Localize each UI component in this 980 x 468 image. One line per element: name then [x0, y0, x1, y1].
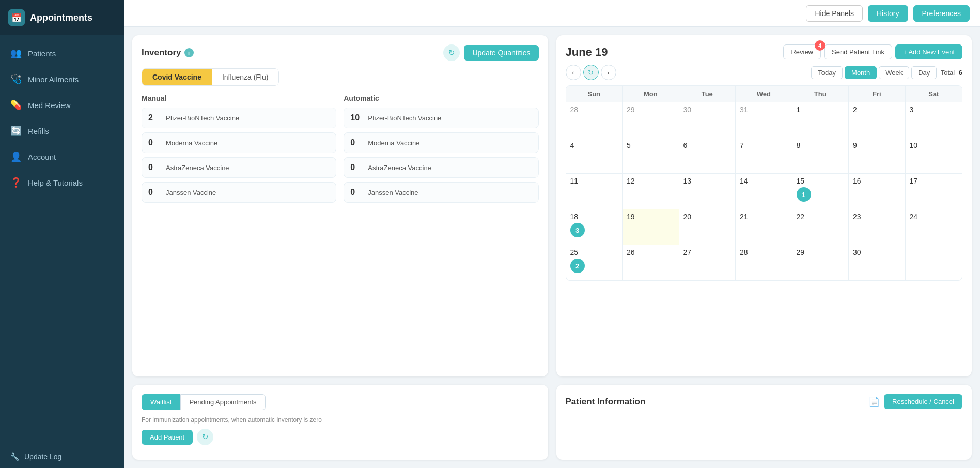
- help-icon: ❓: [10, 177, 22, 188]
- cal-cell-w3-d1[interactable]: 11: [566, 174, 623, 209]
- cal-cell-w5-d3[interactable]: 27: [679, 245, 736, 280]
- add-patient-button[interactable]: Add Patient: [142, 430, 193, 445]
- cal-cell-w4-d2[interactable]: 19: [623, 209, 679, 245]
- manual-title: Manual: [142, 94, 336, 102]
- cal-cell-w4-d6[interactable]: 23: [849, 209, 906, 245]
- day-header-wed: Wed: [736, 86, 792, 102]
- cal-cell-w2-d3[interactable]: 6: [679, 138, 736, 173]
- cal-cell-w1-d4[interactable]: 31: [736, 102, 792, 138]
- tab-pending-appointments[interactable]: Pending Appointments: [180, 394, 265, 410]
- auto-count-4: 0: [350, 188, 363, 197]
- cal-cell-w4-d7[interactable]: 24: [906, 209, 962, 245]
- sidebar-label-help: Help & Tutorials: [28, 178, 83, 187]
- tab-waitlist[interactable]: Waitlist: [142, 394, 180, 410]
- tab-covid-vaccine[interactable]: Covid Vaccine: [142, 69, 212, 85]
- tab-influenza-flu[interactable]: Influenza (Flu): [212, 69, 278, 85]
- inventory-actions: ↻ Update Quantities: [443, 44, 538, 61]
- auto-name-2: Moderna Vaccine: [368, 139, 419, 147]
- cal-cell-w5-d1[interactable]: 252: [566, 245, 623, 280]
- auto-name-3: AstraZeneca Vaccine: [368, 164, 431, 172]
- cal-cell-w5-d7[interactable]: [906, 245, 962, 280]
- update-log-label: Update Log: [24, 452, 61, 461]
- patient-info-header: Patient Information 📄 Reschedule / Cance…: [566, 394, 963, 409]
- reschedule-cancel-button[interactable]: Reschedule / Cancel: [884, 394, 962, 409]
- week-view-button[interactable]: Week: [879, 66, 909, 79]
- calendar-header: June 19 Review 4 Send Patient Link + Add…: [566, 44, 963, 59]
- cal-cell-w5-d2[interactable]: 26: [623, 245, 679, 280]
- cal-cell-w1-d7[interactable]: 3: [906, 102, 962, 138]
- cal-cell-w1-d6[interactable]: 2: [849, 102, 906, 138]
- cal-cell-w4-d4[interactable]: 21: [736, 209, 792, 245]
- document-icon[interactable]: 📄: [868, 396, 880, 407]
- manual-vaccine-2: 0 Moderna Vaccine: [142, 132, 336, 153]
- sidebar-label-refills: Refills: [28, 127, 49, 135]
- cal-cell-w5-d6[interactable]: 30: [849, 245, 906, 280]
- update-quantities-button[interactable]: Update Quantities: [464, 45, 538, 61]
- manual-count-1: 2: [148, 113, 161, 123]
- month-view-button[interactable]: Month: [845, 66, 877, 79]
- cal-cell-w4-d5[interactable]: 22: [792, 209, 849, 245]
- auto-name-4: Janssen Vaccine: [368, 189, 418, 197]
- cal-cell-w5-d4[interactable]: 28: [736, 245, 792, 280]
- sidebar-label-patients: Patients: [28, 49, 56, 58]
- sidebar-item-help[interactable]: ❓Help & Tutorials: [0, 170, 124, 195]
- add-new-event-button[interactable]: + Add New Event: [895, 44, 962, 59]
- calendar-week-5: 2522627282930: [566, 245, 962, 280]
- manual-vaccine-1: 2 Pfizer-BioNTech Vaccine: [142, 108, 336, 128]
- hide-panels-button[interactable]: Hide Panels: [806, 5, 863, 22]
- event-bubble-w5-d1: 2: [570, 259, 585, 273]
- sidebar-item-refills[interactable]: 🔄Refills: [0, 118, 124, 144]
- sidebar-item-minor-ailments[interactable]: 🩺Minor Ailments: [0, 66, 124, 92]
- calendar-prev-button[interactable]: ‹: [566, 65, 581, 80]
- cal-cell-w1-d3[interactable]: 30: [679, 102, 736, 138]
- manual-name-3: AstraZeneca Vaccine: [166, 164, 229, 172]
- cal-cell-w5-d5[interactable]: 29: [792, 245, 849, 280]
- sidebar-item-patients[interactable]: 👥Patients: [0, 40, 124, 66]
- patients-icon: 👥: [10, 48, 22, 59]
- minor-ailments-icon: 🩺: [10, 73, 22, 85]
- cal-cell-w3-d3[interactable]: 13: [679, 174, 736, 209]
- cal-cell-w2-d4[interactable]: 7: [736, 138, 792, 173]
- cal-cell-w1-d2[interactable]: 29: [623, 102, 679, 138]
- calendar-week-1: 28293031123: [566, 102, 962, 138]
- inventory-title: Inventory i: [142, 48, 194, 58]
- calendar-view-buttons: Today Month Week Day Total 6: [811, 66, 962, 79]
- day-view-button[interactable]: Day: [911, 66, 937, 79]
- patient-info-title: Patient Information: [566, 397, 646, 407]
- auto-vaccine-3: 0 AstraZeneca Vaccine: [344, 157, 538, 178]
- cal-cell-w3-d4[interactable]: 14: [736, 174, 792, 209]
- cal-cell-w3-d6[interactable]: 16: [849, 174, 906, 209]
- cal-cell-w3-d2[interactable]: 12: [623, 174, 679, 209]
- cal-cell-w2-d5[interactable]: 8: [792, 138, 849, 173]
- manual-vaccine-4: 0 Janssen Vaccine: [142, 182, 336, 203]
- inventory-refresh-button[interactable]: ↻: [443, 44, 460, 61]
- update-log-button[interactable]: 🔧 Update Log: [0, 445, 124, 468]
- preferences-button[interactable]: Preferences: [913, 5, 970, 22]
- automatic-vaccines: Automatic 10 Pfizer-BioNTech Vaccine 0 M…: [344, 94, 538, 207]
- calendar-next-button[interactable]: ›: [601, 65, 616, 80]
- inventory-info-icon[interactable]: i: [184, 48, 194, 57]
- calendar-refresh-button[interactable]: ↻: [583, 65, 599, 80]
- cal-cell-w4-d1[interactable]: 183: [566, 209, 623, 245]
- cal-cell-w3-d5[interactable]: 151: [792, 174, 849, 209]
- manual-count-2: 0: [148, 138, 161, 147]
- cal-cell-w4-d3[interactable]: 20: [679, 209, 736, 245]
- history-button[interactable]: History: [868, 5, 908, 22]
- topbar: Hide Panels History Preferences: [124, 0, 980, 27]
- sidebar-item-med-review[interactable]: 💊Med Review: [0, 92, 124, 118]
- waitlist-refresh-button[interactable]: ↻: [197, 429, 213, 445]
- account-icon: 👤: [10, 151, 22, 162]
- send-patient-link-button[interactable]: Send Patient Link: [824, 44, 892, 59]
- sidebar-label-med-review: Med Review: [28, 101, 71, 110]
- cal-cell-w1-d5[interactable]: 1: [792, 102, 849, 138]
- waitlist-tabs: Waitlist Pending Appointments: [142, 394, 539, 410]
- app-icon: 📅: [8, 9, 25, 26]
- cal-cell-w2-d2[interactable]: 5: [623, 138, 679, 173]
- cal-cell-w2-d1[interactable]: 4: [566, 138, 623, 173]
- cal-cell-w1-d1[interactable]: 28: [566, 102, 623, 138]
- cal-cell-w3-d7[interactable]: 17: [906, 174, 962, 209]
- cal-cell-w2-d6[interactable]: 9: [849, 138, 906, 173]
- cal-cell-w2-d7[interactable]: 10: [906, 138, 962, 173]
- today-button[interactable]: Today: [811, 66, 843, 79]
- sidebar-item-account[interactable]: 👤Account: [0, 144, 124, 170]
